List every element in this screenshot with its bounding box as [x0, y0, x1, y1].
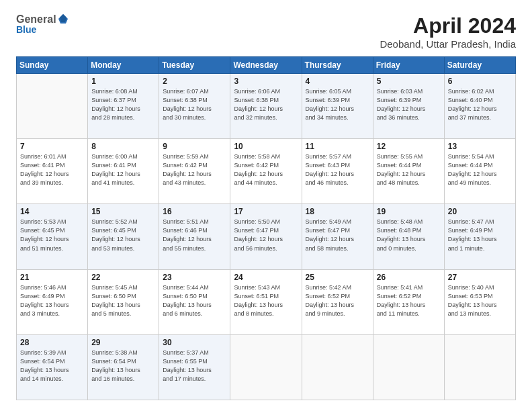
day-info: Sunrise: 5:43 AM Sunset: 6:51 PM Dayligh…	[234, 283, 298, 318]
day-number: 3	[234, 77, 298, 86]
day-number: 20	[448, 207, 512, 216]
table-row: 8Sunrise: 6:00 AM Sunset: 6:41 PM Daylig…	[88, 139, 159, 204]
day-number: 16	[163, 207, 226, 216]
table-row: 13Sunrise: 5:54 AM Sunset: 6:44 PM Dayli…	[444, 139, 515, 204]
table-row: 12Sunrise: 5:55 AM Sunset: 6:44 PM Dayli…	[373, 139, 444, 204]
day-info: Sunrise: 6:02 AM Sunset: 6:40 PM Dayligh…	[448, 87, 512, 122]
day-number: 18	[306, 207, 369, 216]
day-info: Sunrise: 6:00 AM Sunset: 6:41 PM Dayligh…	[91, 152, 155, 187]
day-number: 17	[234, 207, 298, 216]
day-number: 26	[377, 273, 441, 282]
table-row: 11Sunrise: 5:57 AM Sunset: 6:43 PM Dayli…	[302, 139, 373, 204]
day-number: 2	[163, 77, 226, 86]
subtitle: Deoband, Uttar Pradesh, India	[380, 38, 516, 50]
table-row: 28Sunrise: 5:39 AM Sunset: 6:54 PM Dayli…	[17, 334, 88, 400]
header: General Blue April 2024 Deoband, Uttar P…	[16, 13, 516, 50]
day-number: 7	[20, 142, 84, 151]
day-number: 13	[448, 142, 512, 151]
day-number: 29	[91, 338, 155, 347]
table-row: 15Sunrise: 5:52 AM Sunset: 6:45 PM Dayli…	[88, 204, 159, 269]
col-thursday: Thursday	[302, 57, 373, 74]
table-row: 20Sunrise: 5:47 AM Sunset: 6:49 PM Dayli…	[444, 204, 515, 269]
svg-marker-1	[60, 14, 66, 22]
day-info: Sunrise: 6:05 AM Sunset: 6:39 PM Dayligh…	[306, 87, 369, 122]
day-number: 19	[377, 207, 441, 216]
table-row: 19Sunrise: 5:48 AM Sunset: 6:48 PM Dayli…	[373, 204, 444, 269]
table-row: 7Sunrise: 6:01 AM Sunset: 6:41 PM Daylig…	[17, 139, 88, 204]
calendar-week-row: 7Sunrise: 6:01 AM Sunset: 6:41 PM Daylig…	[17, 139, 516, 204]
day-info: Sunrise: 6:01 AM Sunset: 6:41 PM Dayligh…	[20, 152, 84, 187]
day-number: 23	[163, 273, 226, 282]
table-row	[230, 334, 302, 400]
title-area: April 2024 Deoband, Uttar Pradesh, India	[380, 13, 516, 50]
day-info: Sunrise: 6:07 AM Sunset: 6:38 PM Dayligh…	[163, 87, 226, 122]
table-row: 30Sunrise: 5:37 AM Sunset: 6:55 PM Dayli…	[159, 334, 230, 400]
day-info: Sunrise: 5:52 AM Sunset: 6:45 PM Dayligh…	[91, 218, 155, 253]
table-row: 5Sunrise: 6:03 AM Sunset: 6:39 PM Daylig…	[373, 74, 444, 139]
day-number: 25	[306, 273, 369, 282]
day-number: 10	[234, 142, 298, 151]
day-info: Sunrise: 5:51 AM Sunset: 6:46 PM Dayligh…	[163, 218, 226, 253]
day-info: Sunrise: 5:53 AM Sunset: 6:45 PM Dayligh…	[20, 218, 84, 253]
calendar-table: Sunday Monday Tuesday Wednesday Thursday…	[16, 56, 516, 400]
calendar-week-row: 1Sunrise: 6:08 AM Sunset: 6:37 PM Daylig…	[17, 74, 516, 139]
day-info: Sunrise: 5:38 AM Sunset: 6:54 PM Dayligh…	[91, 349, 155, 383]
day-number: 1	[91, 77, 155, 86]
day-info: Sunrise: 5:59 AM Sunset: 6:42 PM Dayligh…	[163, 152, 226, 187]
day-info: Sunrise: 6:03 AM Sunset: 6:39 PM Dayligh…	[377, 87, 441, 122]
day-info: Sunrise: 5:45 AM Sunset: 6:50 PM Dayligh…	[91, 283, 155, 318]
table-row: 18Sunrise: 5:49 AM Sunset: 6:47 PM Dayli…	[302, 204, 373, 269]
table-row: 2Sunrise: 6:07 AM Sunset: 6:38 PM Daylig…	[159, 74, 230, 139]
col-monday: Monday	[88, 57, 159, 74]
day-number: 14	[20, 207, 84, 216]
day-number: 4	[306, 77, 369, 86]
day-info: Sunrise: 5:50 AM Sunset: 6:47 PM Dayligh…	[234, 218, 298, 253]
logo-icon	[57, 13, 69, 25]
table-row: 4Sunrise: 6:05 AM Sunset: 6:39 PM Daylig…	[302, 74, 373, 139]
calendar-week-row: 21Sunrise: 5:46 AM Sunset: 6:49 PM Dayli…	[17, 269, 516, 334]
table-row: 27Sunrise: 5:40 AM Sunset: 6:53 PM Dayli…	[444, 269, 515, 334]
logo-blue-text: Blue	[16, 24, 36, 35]
day-info: Sunrise: 5:37 AM Sunset: 6:55 PM Dayligh…	[163, 349, 226, 383]
day-number: 8	[91, 142, 155, 151]
table-row: 21Sunrise: 5:46 AM Sunset: 6:49 PM Dayli…	[17, 269, 88, 334]
day-info: Sunrise: 5:39 AM Sunset: 6:54 PM Dayligh…	[20, 349, 84, 383]
calendar-header-row: Sunday Monday Tuesday Wednesday Thursday…	[17, 57, 516, 74]
day-info: Sunrise: 5:41 AM Sunset: 6:52 PM Dayligh…	[377, 283, 441, 318]
day-info: Sunrise: 6:08 AM Sunset: 6:37 PM Dayligh…	[91, 87, 155, 122]
table-row: 14Sunrise: 5:53 AM Sunset: 6:45 PM Dayli…	[17, 204, 88, 269]
table-row: 25Sunrise: 5:42 AM Sunset: 6:52 PM Dayli…	[302, 269, 373, 334]
col-sunday: Sunday	[17, 57, 88, 74]
day-info: Sunrise: 6:06 AM Sunset: 6:38 PM Dayligh…	[234, 87, 298, 122]
day-number: 5	[377, 77, 441, 86]
day-info: Sunrise: 5:46 AM Sunset: 6:49 PM Dayligh…	[20, 283, 84, 318]
day-number: 6	[448, 77, 512, 86]
table-row: 6Sunrise: 6:02 AM Sunset: 6:40 PM Daylig…	[444, 74, 515, 139]
day-info: Sunrise: 5:44 AM Sunset: 6:50 PM Dayligh…	[163, 283, 226, 318]
day-info: Sunrise: 5:40 AM Sunset: 6:53 PM Dayligh…	[448, 283, 512, 318]
col-wednesday: Wednesday	[230, 57, 302, 74]
day-number: 22	[91, 273, 155, 282]
table-row	[17, 74, 88, 139]
day-number: 9	[163, 142, 226, 151]
table-row: 1Sunrise: 6:08 AM Sunset: 6:37 PM Daylig…	[88, 74, 159, 139]
day-info: Sunrise: 5:58 AM Sunset: 6:42 PM Dayligh…	[234, 152, 298, 187]
col-saturday: Saturday	[444, 57, 515, 74]
day-number: 15	[91, 207, 155, 216]
day-number: 30	[163, 338, 226, 347]
day-info: Sunrise: 5:49 AM Sunset: 6:47 PM Dayligh…	[306, 218, 369, 253]
table-row: 23Sunrise: 5:44 AM Sunset: 6:50 PM Dayli…	[159, 269, 230, 334]
table-row: 29Sunrise: 5:38 AM Sunset: 6:54 PM Dayli…	[88, 334, 159, 400]
day-info: Sunrise: 5:47 AM Sunset: 6:49 PM Dayligh…	[448, 218, 512, 253]
table-row: 24Sunrise: 5:43 AM Sunset: 6:51 PM Dayli…	[230, 269, 302, 334]
table-row: 16Sunrise: 5:51 AM Sunset: 6:46 PM Dayli…	[159, 204, 230, 269]
calendar-week-row: 14Sunrise: 5:53 AM Sunset: 6:45 PM Dayli…	[17, 204, 516, 269]
table-row: 22Sunrise: 5:45 AM Sunset: 6:50 PM Dayli…	[88, 269, 159, 334]
table-row: 17Sunrise: 5:50 AM Sunset: 6:47 PM Dayli…	[230, 204, 302, 269]
day-info: Sunrise: 5:57 AM Sunset: 6:43 PM Dayligh…	[306, 152, 369, 187]
table-row	[373, 334, 444, 400]
day-number: 21	[20, 273, 84, 282]
calendar-week-row: 28Sunrise: 5:39 AM Sunset: 6:54 PM Dayli…	[17, 334, 516, 400]
day-number: 28	[20, 338, 84, 347]
table-row: 3Sunrise: 6:06 AM Sunset: 6:38 PM Daylig…	[230, 74, 302, 139]
